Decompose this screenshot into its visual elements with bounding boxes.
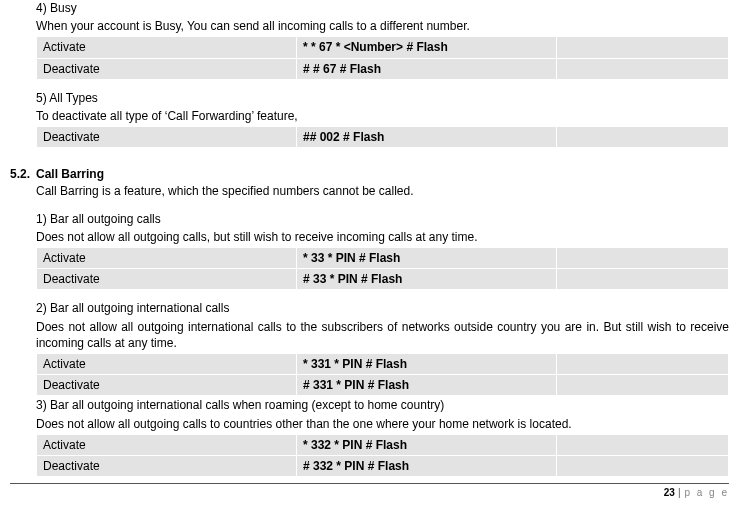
footer-word: p a g e bbox=[684, 487, 729, 498]
alltypes-section: 5) All Types To deactivate all type of ‘… bbox=[36, 90, 729, 149]
bar1-desc: Does not allow all outgoing calls, but s… bbox=[36, 229, 729, 245]
action-label: Activate bbox=[37, 434, 297, 455]
empty-cell bbox=[557, 58, 729, 79]
table-row: Deactivate # 331 * PIN # Flash bbox=[37, 375, 729, 396]
action-code: # 332 * PIN # Flash bbox=[297, 455, 557, 476]
table-row: Deactivate ## 002 # Flash bbox=[37, 127, 729, 148]
action-label: Deactivate bbox=[37, 455, 297, 476]
alltypes-desc: To deactivate all type of ‘Call Forwardi… bbox=[36, 108, 729, 124]
empty-cell bbox=[557, 434, 729, 455]
busy-section: 4) Busy When your account is Busy, You c… bbox=[36, 0, 729, 80]
page-footer: 23 | p a g e bbox=[10, 483, 729, 500]
page-number: 23 bbox=[664, 487, 675, 498]
alltypes-title: 5) All Types bbox=[36, 90, 729, 106]
table-row: Activate * 33 * PIN # Flash bbox=[37, 248, 729, 269]
section-title: Call Barring bbox=[36, 166, 104, 182]
busy-title: 4) Busy bbox=[36, 0, 729, 16]
action-label: Deactivate bbox=[37, 375, 297, 396]
bar2-table: Activate * 331 * PIN # Flash Deactivate … bbox=[36, 353, 729, 396]
bar2-title: 2) Bar all outgoing international calls bbox=[36, 300, 729, 316]
action-label: Deactivate bbox=[37, 127, 297, 148]
section-5-2-desc: Call Barring is a feature, which the spe… bbox=[36, 183, 729, 199]
empty-cell bbox=[557, 248, 729, 269]
bar3-desc: Does not allow all outgoing calls to cou… bbox=[36, 416, 729, 432]
footer-text: 23 | p a g e bbox=[10, 484, 729, 500]
busy-table: Activate * * 67 * <Number> # Flash Deact… bbox=[36, 36, 729, 79]
bar1-title: 1) Bar all outgoing calls bbox=[36, 211, 729, 227]
table-row: Deactivate # 33 * PIN # Flash bbox=[37, 269, 729, 290]
empty-cell bbox=[557, 375, 729, 396]
bar3-title: 3) Bar all outgoing international calls … bbox=[36, 397, 729, 413]
action-code: ## 002 # Flash bbox=[297, 127, 557, 148]
action-code: # # 67 # Flash bbox=[297, 58, 557, 79]
action-code: # 33 * PIN # Flash bbox=[297, 269, 557, 290]
section-5-2-heading: 5.2. Call Barring bbox=[10, 166, 729, 182]
busy-desc: When your account is Busy, You can send … bbox=[36, 18, 729, 34]
action-label: Activate bbox=[37, 354, 297, 375]
table-row: Activate * 331 * PIN # Flash bbox=[37, 354, 729, 375]
bar2-desc: Does not allow all outgoing internationa… bbox=[36, 319, 729, 351]
empty-cell bbox=[557, 127, 729, 148]
action-label: Deactivate bbox=[37, 269, 297, 290]
empty-cell bbox=[557, 269, 729, 290]
table-row: Activate * * 67 * <Number> # Flash bbox=[37, 37, 729, 58]
alltypes-table: Deactivate ## 002 # Flash bbox=[36, 126, 729, 148]
table-row: Activate * 332 * PIN # Flash bbox=[37, 434, 729, 455]
section-number: 5.2. bbox=[10, 166, 36, 182]
bar1-table: Activate * 33 * PIN # Flash Deactivate #… bbox=[36, 247, 729, 290]
action-code: * * 67 * <Number> # Flash bbox=[297, 37, 557, 58]
action-label: Deactivate bbox=[37, 58, 297, 79]
action-label: Activate bbox=[37, 248, 297, 269]
action-code: * 332 * PIN # Flash bbox=[297, 434, 557, 455]
document-page: 4) Busy When your account is Busy, You c… bbox=[0, 0, 739, 506]
footer-sep: | bbox=[675, 487, 685, 498]
empty-cell bbox=[557, 354, 729, 375]
bar3-table: Activate * 332 * PIN # Flash Deactivate … bbox=[36, 434, 729, 477]
table-row: Deactivate # 332 * PIN # Flash bbox=[37, 455, 729, 476]
section-5-2-body: Call Barring is a feature, which the spe… bbox=[36, 183, 729, 478]
table-row: Deactivate # # 67 # Flash bbox=[37, 58, 729, 79]
action-label: Activate bbox=[37, 37, 297, 58]
empty-cell bbox=[557, 455, 729, 476]
action-code: * 331 * PIN # Flash bbox=[297, 354, 557, 375]
action-code: # 331 * PIN # Flash bbox=[297, 375, 557, 396]
empty-cell bbox=[557, 37, 729, 58]
action-code: * 33 * PIN # Flash bbox=[297, 248, 557, 269]
